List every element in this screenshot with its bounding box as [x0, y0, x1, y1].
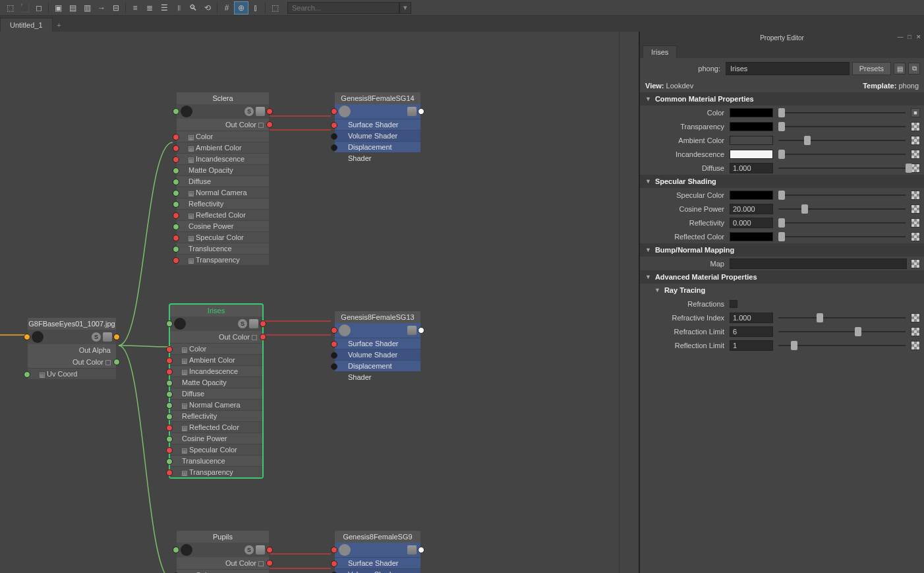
- port-out-color[interactable]: [260, 334, 266, 340]
- port-out-color[interactable]: [113, 359, 120, 365]
- tab-untitled[interactable]: Untitled_1: [0, 18, 53, 32]
- section-advanced[interactable]: ▼Advanced Material Properties: [640, 270, 924, 284]
- port-uv[interactable]: [24, 371, 30, 378]
- tool-add-icon[interactable]: ▤: [65, 1, 80, 15]
- port[interactable]: [331, 363, 337, 370]
- section-raytracing[interactable]: ▼Ray Tracing: [640, 284, 924, 297]
- port[interactable]: [173, 201, 179, 208]
- port-out-color[interactable]: [266, 121, 273, 128]
- port[interactable]: [173, 212, 179, 219]
- color-swatch[interactable]: [730, 122, 773, 131]
- port[interactable]: [166, 346, 173, 353]
- port-out[interactable]: [266, 108, 273, 115]
- port[interactable]: [173, 190, 179, 196]
- tool-refresh-icon[interactable]: ⟲: [200, 1, 215, 15]
- copy-tab-button[interactable]: ⧉: [908, 63, 920, 75]
- slider[interactable]: [778, 236, 906, 237]
- tool-ruler-icon[interactable]: ⫿: [248, 1, 263, 15]
- map-input[interactable]: [730, 258, 907, 269]
- port[interactable]: [166, 391, 173, 398]
- port[interactable]: [166, 425, 173, 431]
- port[interactable]: [166, 402, 173, 409]
- port[interactable]: [166, 357, 173, 364]
- port[interactable]: [331, 122, 337, 129]
- node-menu-icon[interactable]: [407, 107, 417, 116]
- map-button[interactable]: [911, 327, 920, 336]
- show-hide-button[interactable]: ▤: [894, 63, 906, 75]
- port-in[interactable]: [166, 320, 173, 327]
- presets-button[interactable]: Presets: [852, 62, 891, 75]
- node-texture[interactable]: G8FBaseEyes01_1007.jpg S Out Alpha Out C…: [28, 318, 116, 379]
- port[interactable]: [173, 224, 179, 230]
- map-button[interactable]: [911, 341, 920, 350]
- prop-tab-irises[interactable]: Irises: [643, 45, 677, 58]
- panel-close-icon[interactable]: ✕: [915, 34, 923, 42]
- port[interactable]: [166, 469, 173, 476]
- node-sg9[interactable]: Genesis8FemaleSG9 Surface Shader Volume …: [335, 531, 420, 573]
- port[interactable]: [331, 133, 337, 140]
- section-specular[interactable]: ▼Specular Shading: [640, 175, 924, 188]
- slider[interactable]: [778, 208, 906, 210]
- tab-add-button[interactable]: +: [53, 18, 66, 32]
- section-bump[interactable]: ▼Bump/Normal Mapping: [640, 243, 924, 256]
- search-input[interactable]: [287, 2, 399, 14]
- port[interactable]: [173, 257, 179, 264]
- map-button[interactable]: [911, 313, 920, 322]
- map-button[interactable]: [911, 191, 920, 200]
- refl-limit-input[interactable]: [730, 340, 773, 351]
- slider[interactable]: [778, 126, 906, 127]
- node-menu-icon[interactable]: [249, 319, 258, 328]
- tool-align-right-icon[interactable]: ☰: [157, 1, 171, 15]
- diffuse-input[interactable]: [730, 163, 773, 173]
- port-out[interactable]: [418, 108, 424, 115]
- tool-frame-icon[interactable]: ◻: [32, 1, 46, 15]
- port[interactable]: [331, 341, 337, 347]
- search-dropdown-icon[interactable]: ▾: [399, 2, 411, 14]
- port-out[interactable]: [418, 327, 424, 334]
- color-swatch[interactable]: [730, 108, 773, 117]
- node-sg13[interactable]: Genesis8FemaleSG13 Surface Shader Volume…: [335, 311, 420, 371]
- port-out[interactable]: [418, 547, 424, 553]
- map-button[interactable]: [911, 232, 920, 241]
- reflectivity-input[interactable]: [730, 218, 773, 228]
- slider[interactable]: [778, 154, 906, 155]
- port[interactable]: [173, 179, 179, 185]
- port[interactable]: [166, 369, 173, 375]
- name-input[interactable]: [726, 62, 850, 75]
- port[interactable]: [173, 156, 179, 163]
- port-in[interactable]: [173, 108, 179, 115]
- slider[interactable]: [778, 317, 906, 318]
- port[interactable]: [331, 352, 337, 359]
- tool-frame-all-icon[interactable]: ⬚: [3, 1, 17, 15]
- tool-layout-icon[interactable]: ⬚: [268, 1, 282, 15]
- color-swatch[interactable]: [730, 191, 773, 200]
- port-in[interactable]: [331, 547, 337, 553]
- panel-min-icon[interactable]: —: [896, 34, 904, 42]
- tool-grid-icon[interactable]: #: [219, 1, 234, 15]
- map-button[interactable]: [911, 136, 920, 145]
- slider[interactable]: [778, 195, 906, 196]
- slider[interactable]: [778, 112, 906, 113]
- port-in[interactable]: [24, 334, 30, 340]
- tool-zoom-icon[interactable]: 🔍︎: [186, 1, 200, 15]
- port[interactable]: [173, 134, 179, 140]
- port-out[interactable]: [266, 547, 273, 553]
- slider[interactable]: [778, 167, 906, 169]
- port-out-color[interactable]: [266, 560, 273, 566]
- color-swatch[interactable]: [730, 136, 773, 145]
- section-common[interactable]: ▼Common Material Properties: [640, 92, 924, 106]
- tool-frame-selected-icon[interactable]: ⬛: [17, 1, 32, 15]
- port[interactable]: [173, 235, 179, 241]
- node-irises[interactable]: Irises S Out Color ⊞Color ⊞Ambient Color…: [170, 305, 262, 477]
- port[interactable]: [173, 145, 179, 152]
- refractions-checkbox[interactable]: [730, 300, 737, 308]
- slider[interactable]: [778, 345, 906, 346]
- node-menu-icon[interactable]: [256, 107, 265, 116]
- map-button[interactable]: [911, 122, 920, 131]
- tool-snap-icon[interactable]: ⊕: [234, 1, 248, 15]
- port-in[interactable]: [331, 108, 337, 115]
- node-menu-icon[interactable]: [103, 332, 112, 342]
- port[interactable]: [331, 560, 337, 567]
- slider[interactable]: [778, 331, 906, 332]
- slider[interactable]: [778, 222, 906, 224]
